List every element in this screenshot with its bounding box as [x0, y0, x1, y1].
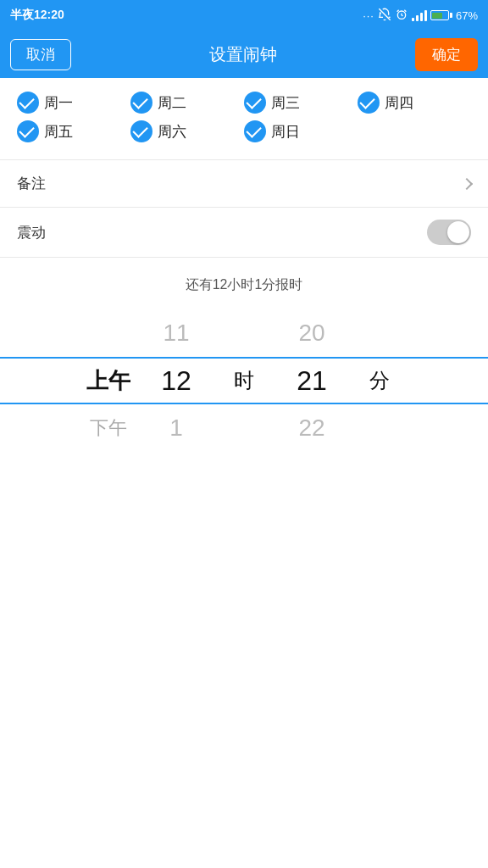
picker-hour-unit-col [219, 309, 269, 357]
picker-hour-below: 1 [134, 404, 219, 452]
picker-ampm-col-above [83, 309, 134, 357]
day-sunday-label: 周日 [271, 122, 300, 142]
picker-ampm-col-selected: 上午 [83, 357, 134, 404]
days-row-1: 周一 周二 周三 周四 [17, 92, 471, 114]
status-time: 半夜12:20 [10, 8, 64, 23]
clock-alarm-icon [395, 8, 408, 24]
page-title: 设置闹钟 [209, 43, 277, 66]
battery-icon [430, 10, 452, 20]
picker-minute-col-below: 22 [269, 404, 354, 452]
day-tuesday[interactable]: 周二 [130, 92, 244, 114]
day-sunday[interactable]: 周日 [244, 120, 358, 142]
svg-line-3 [404, 9, 406, 11]
picker-minute-above: 20 [269, 309, 354, 357]
alarm-icon [378, 8, 391, 24]
picker-ampm-below: 下午 [83, 404, 134, 452]
day-thursday-label: 周四 [385, 93, 413, 113]
svg-line-2 [397, 9, 399, 11]
status-icons: ··· [363, 8, 478, 24]
picker-row-selected: 上午 12 时 21 分 [0, 357, 488, 404]
picker-minute-unit-below [354, 404, 405, 452]
day-wednesday-label: 周三 [271, 93, 300, 113]
picker-hour-unit [219, 309, 269, 357]
cancel-button[interactable]: 取消 [10, 39, 71, 70]
signal-dots-icon: ··· [363, 9, 374, 22]
picker-row-above: 11 20 [0, 309, 488, 357]
day-saturday[interactable]: 周六 [130, 120, 244, 142]
picker-minute-unit-above [354, 309, 405, 357]
time-picker[interactable]: 11 20 上午 12 时 21 分 [0, 309, 488, 477]
day-sunday-check [244, 120, 266, 142]
picker-hour-unit-below [219, 404, 269, 452]
days-section: 周一 周二 周三 周四 周五 周六 周日 [0, 78, 488, 159]
picker-minute-col-above: 20 [269, 309, 354, 357]
battery-percent: 67% [456, 9, 478, 22]
status-bar: 半夜12:20 ··· [0, 0, 488, 31]
day-friday[interactable]: 周五 [17, 120, 130, 142]
day-monday[interactable]: 周一 [17, 92, 130, 114]
signal-bars-icon [412, 9, 427, 21]
picker-row-below: 下午 1 22 [0, 404, 488, 452]
day-saturday-label: 周六 [158, 122, 186, 142]
picker-minute-unit-col [354, 309, 405, 357]
timer-text: 还有12小时1分报时 [186, 277, 303, 292]
timer-message: 还有12小时1分报时 [0, 257, 488, 309]
day-saturday-check [130, 120, 152, 142]
day-friday-check [17, 120, 39, 142]
day-wednesday[interactable]: 周三 [244, 92, 358, 114]
picker-hour-col-above: 11 [134, 309, 219, 357]
picker-minute-unit-selected: 分 [354, 357, 405, 404]
note-label: 备注 [17, 174, 46, 193]
picker-selected-wrapper: 上午 12 时 21 分 [0, 357, 488, 404]
chevron-right-icon [461, 177, 473, 189]
picker-ampm-selected: 上午 [83, 357, 134, 404]
picker-hour-unit-below-col [219, 404, 269, 452]
picker-minute-unit-below-col [354, 404, 405, 452]
picker-minute-selected: 21 [269, 357, 354, 404]
picker-hour-above: 11 [134, 309, 219, 357]
picker-hour-col-below: 1 [134, 404, 219, 452]
vibrate-toggle[interactable] [427, 220, 471, 245]
day-tuesday-check [130, 92, 152, 114]
picker-ampm-above [83, 309, 134, 357]
day-thursday-check [358, 92, 380, 114]
vibrate-row: 震动 [0, 207, 488, 257]
header: 取消 设置闹钟 确定 [0, 31, 488, 78]
day-monday-label: 周一 [44, 93, 73, 113]
picker-minute-col-selected: 21 [269, 357, 354, 404]
day-monday-check [17, 92, 39, 114]
picker-minute-unit-selected-col: 分 [354, 357, 405, 404]
picker-hour-unit-selected: 时 [219, 357, 269, 404]
day-friday-label: 周五 [44, 122, 73, 142]
days-row-2: 周五 周六 周日 [17, 120, 471, 142]
picker-hour-col-selected: 12 [134, 357, 219, 404]
picker-ampm-col-below: 下午 [83, 404, 134, 452]
picker-minute-below: 22 [269, 404, 354, 452]
vibrate-label: 震动 [17, 223, 46, 242]
toggle-knob [447, 221, 469, 243]
note-row[interactable]: 备注 [0, 159, 488, 207]
confirm-button[interactable]: 确定 [415, 38, 478, 71]
day-tuesday-label: 周二 [158, 93, 186, 113]
day-wednesday-check [244, 92, 266, 114]
day-thursday[interactable]: 周四 [358, 92, 471, 114]
picker-hour-selected: 12 [134, 357, 219, 404]
picker-hour-unit-selected-col: 时 [219, 357, 269, 404]
